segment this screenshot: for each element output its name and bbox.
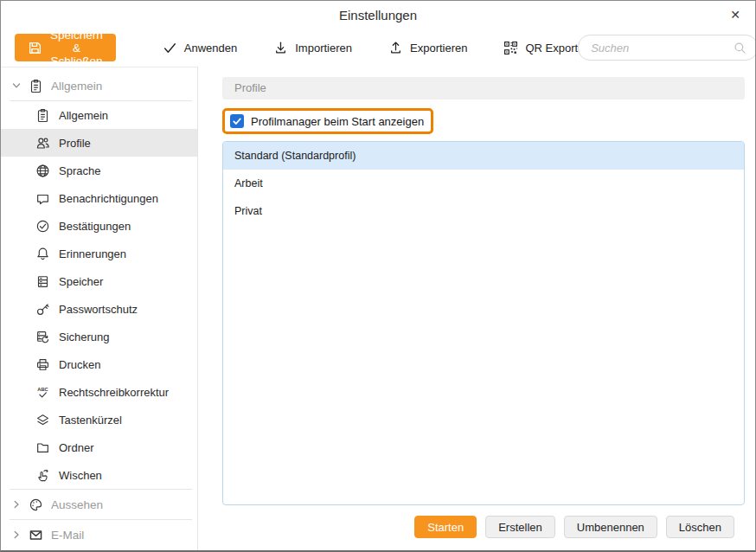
sidebar-item-label: Rechtschreibkorrektur [59,386,169,399]
clipboard-icon [29,79,43,93]
sidebar-item-passwortschutz[interactable]: Passwortschutz [1,295,197,323]
list-item-arbeit[interactable]: Arbeit [223,170,744,197]
sidebar-item-label: Passwortschutz [59,303,138,316]
sidebar-item-tastenkuerzel[interactable]: Tastenkürzel [1,406,197,433]
sidebar-item-label: Allgemein [59,109,108,122]
sidebar-item-label: Bestätigungen [59,220,131,233]
export-label: Exportieren [410,42,467,55]
import-button[interactable]: Importieren [273,41,352,55]
save-close-label: Speichern & Schließen [50,29,103,67]
sidebar-group-label: Allgemein [51,80,102,93]
save-icon [28,41,42,55]
sidebar-item-erinnerungen[interactable]: Erinnerungen [1,240,197,267]
section-header: Profile [222,77,745,99]
sidebar-item-bestaetigungen[interactable]: Bestätigungen [1,212,197,240]
globe-icon [35,164,50,178]
profile-list: Standard (Standardprofil) Arbeit Privat [222,141,745,505]
sidebar-group-allgemein[interactable]: Allgemein [1,71,197,100]
create-button[interactable]: Erstellen [485,516,555,538]
list-item-privat[interactable]: Privat [223,197,744,225]
sidebar-item-speicher[interactable]: Speicher [1,267,197,295]
svg-text:ABC: ABC [37,387,48,392]
checkmark-icon [163,41,177,55]
chevron-down-icon [12,81,21,90]
titlebar: Einstellungen ✕ [1,1,755,29]
printer-icon [35,357,50,372]
sidebar-item-label: Speicher [59,275,103,288]
sidebar-group-label: E-Mail [51,529,84,542]
sidebar-item-profile[interactable]: Profile [1,129,197,157]
sidebar-item-sicherung[interactable]: Sicherung [1,323,197,350]
people-icon [35,136,50,151]
key-icon [35,302,50,317]
spellcheck-icon: ABC [35,385,50,400]
folder-icon [35,440,50,455]
sidebar-group-aussehen[interactable]: Aussehen [1,490,197,519]
clipboard-icon [35,108,50,123]
qr-export-label: QR Export [525,42,578,55]
close-icon[interactable]: ✕ [727,7,743,22]
search-input[interactable] [589,41,727,55]
profile-actions: Starten Erstellen Umbenennen Löschen [222,516,745,538]
sidebar-item-wischen[interactable]: Wischen [1,461,197,489]
sidebar-item-label: Sprache [59,164,100,177]
list-item-standard[interactable]: Standard (Standardprofil) [223,142,744,170]
sidebar-item-label: Erinnerungen [59,247,126,260]
sidebar-item-benachrichtigungen[interactable]: Benachrichtigungen [1,184,197,212]
qr-code-icon [503,41,518,55]
delete-button[interactable]: Löschen [666,516,734,538]
sidebar-group-label: Aussehen [51,498,103,511]
download-icon [273,41,288,55]
settings-sidebar: Allgemein Allgemein [1,67,198,550]
start-button[interactable]: Starten [414,516,477,538]
sidebar-item-rechtschreibkorrektur[interactable]: ABC Rechtschreibkorrektur [1,378,197,406]
sidebar-item-sprache[interactable]: Sprache [1,157,197,184]
swipe-hand-icon [35,468,50,483]
check-circle-icon [35,219,50,234]
export-button[interactable]: Exportieren [388,41,467,55]
apply-label: Anwenden [184,42,237,55]
sidebar-item-label: Wischen [59,469,102,482]
rename-button[interactable]: Umbenennen [564,516,657,538]
sidebar-item-label: Drucken [59,358,100,371]
apply-button[interactable]: Anwenden [163,41,237,55]
search-icon [734,42,746,55]
sidebar-item-label: Tastenkürzel [59,414,122,427]
search-box[interactable] [578,35,756,61]
dialog-title: Einstellungen [339,8,417,22]
import-label: Importieren [295,42,352,55]
speech-bubble-icon [35,191,50,206]
palette-icon [29,497,43,512]
sidebar-item-label: Benachrichtigungen [59,192,158,205]
storage-icon [35,274,50,289]
sidebar-item-label: Ordner [59,441,93,454]
upload-icon [388,41,403,55]
sidebar-item-allgemein[interactable]: Allgemein [1,101,197,129]
sidebar-item-drucken[interactable]: Drucken [1,350,197,378]
sidebar-item-label: Profile [59,137,91,150]
chevron-right-icon [12,500,21,509]
sidebar-item-ordner[interactable]: Ordner [1,433,197,461]
chevron-right-icon [12,530,21,539]
backup-icon [35,330,50,344]
sidebar-group-email[interactable]: E-Mail [1,520,197,549]
bell-icon [35,247,50,261]
settings-dialog: Einstellungen ✕ Speichern & Schließen An… [0,0,756,552]
toolbar: Speichern & Schließen Anwenden Importier… [1,29,755,67]
save-close-button[interactable]: Speichern & Schließen [15,34,116,61]
profilmanager-checkbox[interactable] [230,114,244,128]
checkbox-label: Profilmanager beim Start anzeigen [251,115,424,128]
layers-icon [35,413,50,427]
sidebar-item-label: Sicherung [59,331,110,343]
profilmanager-checkbox-row[interactable]: Profilmanager beim Start anzeigen [222,108,433,134]
envelope-icon [29,528,43,542]
qr-export-button[interactable]: QR Export [503,41,578,55]
profiles-panel: Profile Profilmanager beim Start anzeige… [198,67,755,550]
